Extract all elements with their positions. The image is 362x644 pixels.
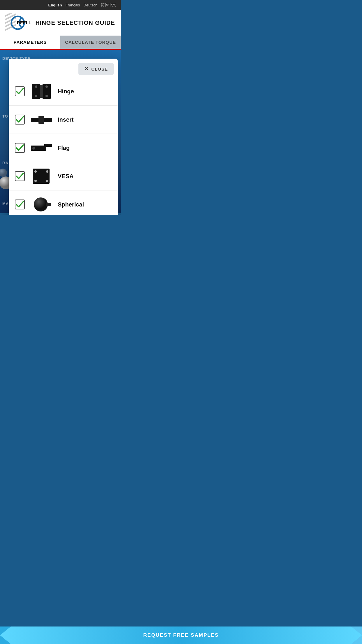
list-item-spherical[interactable]: Spherical (9, 190, 118, 215)
list-item-insert[interactable]: Insert (9, 106, 118, 134)
device-list: Hinge Insert (9, 75, 118, 215)
svg-point-33 (34, 197, 48, 211)
flag-icon (30, 139, 53, 157)
device-type-modal: ✕ CLOSE (9, 59, 118, 215)
tab-calculate-torque[interactable]: CALCULATE TORQUE (60, 36, 121, 49)
spherical-label: Spherical (58, 201, 112, 208)
checkbox-spherical[interactable] (15, 199, 25, 210)
lang-chinese[interactable]: 简体中文 (101, 2, 116, 8)
list-item-flag[interactable]: Flag (9, 134, 118, 162)
svg-point-10 (0, 169, 7, 177)
svg-text:REELL: REELL (17, 20, 31, 25)
material-bg-label: MA (2, 202, 9, 206)
vesa-icon (30, 167, 53, 185)
modal-close-area: ✕ CLOSE (9, 59, 118, 75)
tabs: PARAMETERS CALCULATE TORQUE (0, 36, 121, 50)
logo: REELL (5, 13, 31, 32)
svg-point-17 (45, 85, 48, 88)
lang-french[interactable]: Français (65, 3, 80, 7)
header: REELL HINGE SELECTION GUIDE (0, 10, 121, 36)
lang-german[interactable]: Deutsch (83, 3, 97, 7)
insert-label: Insert (58, 116, 112, 123)
hinge-label: Hinge (58, 88, 112, 95)
main-area: DEVICE TYPE TO RA MA ✕ (0, 50, 121, 213)
checkbox-insert[interactable] (15, 114, 25, 125)
close-label: CLOSE (91, 66, 108, 71)
svg-rect-34 (46, 203, 51, 206)
page-title: HINGE SELECTION GUIDE (34, 20, 116, 26)
hinge-icon (30, 83, 53, 100)
torque-bg-label: TO (2, 114, 8, 118)
close-x-icon: ✕ (84, 66, 89, 72)
spherical-icon (30, 196, 53, 213)
svg-point-30 (34, 180, 37, 182)
svg-point-25 (32, 147, 35, 150)
lang-english[interactable]: English (48, 3, 62, 7)
checkbox-flag[interactable] (15, 143, 25, 153)
checkbox-vesa[interactable] (15, 171, 25, 181)
svg-rect-14 (40, 85, 43, 98)
language-bar: English Français Deutsch 简体中文 (0, 0, 121, 10)
flag-label: Flag (58, 145, 112, 151)
checkbox-hinge[interactable] (15, 86, 25, 97)
vesa-label: VESA (58, 173, 112, 180)
svg-point-29 (46, 170, 48, 173)
list-item-vesa[interactable]: VESA (9, 162, 118, 190)
close-button[interactable]: ✕ CLOSE (78, 63, 114, 75)
insert-icon (30, 111, 53, 128)
svg-point-15 (35, 85, 37, 88)
svg-point-18 (45, 95, 48, 97)
list-item-hinge[interactable]: Hinge (9, 77, 118, 106)
svg-point-31 (46, 180, 48, 182)
svg-point-28 (34, 170, 37, 173)
svg-point-16 (35, 95, 37, 97)
svg-rect-21 (38, 116, 44, 124)
tab-parameters[interactable]: PARAMETERS (0, 36, 60, 49)
svg-rect-24 (44, 144, 52, 147)
